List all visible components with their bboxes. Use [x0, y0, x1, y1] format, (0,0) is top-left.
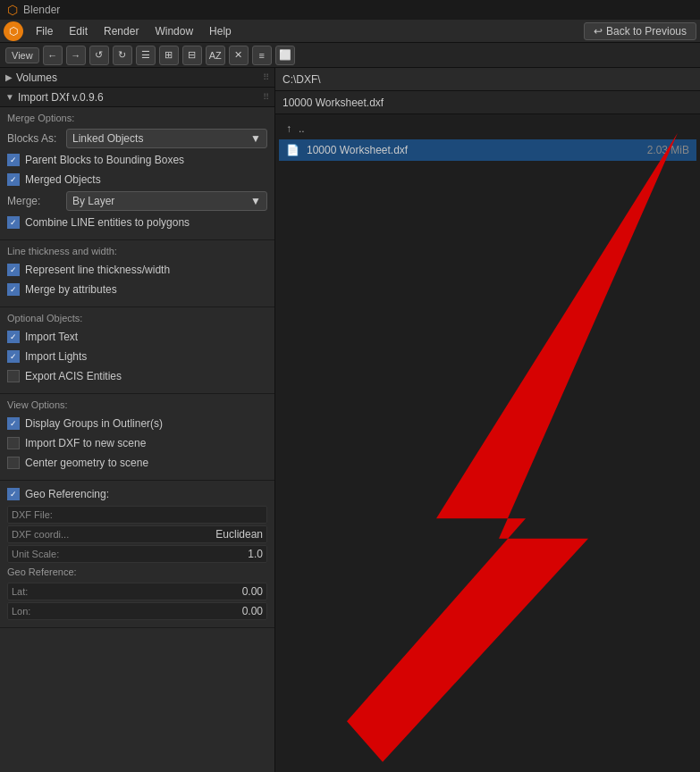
- parent-blocks-checkbox[interactable]: [7, 154, 20, 166]
- unit-scale-row: Unit Scale: 1.0: [7, 545, 267, 563]
- filter3-icon[interactable]: ⬜: [275, 46, 295, 65]
- undo-icon[interactable]: ↺: [89, 46, 109, 65]
- selected-file-name: 10000 Worksheet.dxf: [283, 96, 384, 109]
- sort-az-icon[interactable]: AZ: [206, 46, 225, 65]
- import-text-label: Import Text: [25, 331, 78, 343]
- file-size: 2.03 MiB: [647, 144, 689, 156]
- line-thickness-title: Line thickness and width:: [7, 246, 267, 256]
- import-new-scene-row: Import DXF to new scene: [7, 435, 267, 451]
- combine-line-row: Combine LINE entities to polygons: [7, 214, 267, 231]
- parent-blocks-label: Parent Blocks to Bounding Boxes: [25, 154, 184, 166]
- blender-menu-logo: ⬡: [4, 21, 23, 41]
- merge-dropdown[interactable]: By Layer ▼: [66, 191, 267, 211]
- export-acis-checkbox[interactable]: [7, 370, 20, 382]
- lon-value: 0.00: [56, 605, 263, 617]
- volumes-label: Volumes: [16, 71, 57, 84]
- import-text-row: Import Text: [7, 329, 267, 345]
- file-list: ↑ .. 📄 10000 Worksheet.dxf 2.03 MiB: [275, 114, 700, 772]
- back-button[interactable]: ↩ Back to Previous: [584, 22, 696, 40]
- import-dxf-section-header[interactable]: ▼ Import DXf v.0.9.6 ⠿: [0, 88, 274, 107]
- dxf-coord-row: DXF coordi... Euclidean: [7, 525, 267, 543]
- blocks-as-dropdown[interactable]: Linked Objects ▼: [66, 129, 267, 148]
- merge-chevron-icon: ▼: [250, 195, 261, 207]
- menu-render[interactable]: Render: [97, 23, 146, 39]
- import-new-scene-checkbox[interactable]: [7, 437, 20, 449]
- redo-icon[interactable]: ↻: [113, 46, 132, 65]
- represent-line-checkbox[interactable]: [7, 264, 20, 276]
- file-path: C:\DXF\: [283, 73, 321, 86]
- back-icon: ↩: [594, 25, 603, 38]
- display-groups-checkbox[interactable]: [7, 417, 20, 430]
- lat-label: Lat:: [12, 586, 56, 597]
- view-options-section: View Options: Display Groups in Outliner…: [0, 394, 274, 481]
- merged-objects-label: Merged Objects: [25, 173, 101, 186]
- unit-scale-value: 1.0: [59, 548, 263, 560]
- lat-row[interactable]: Lat: 0.00: [7, 583, 267, 600]
- combine-line-checkbox[interactable]: [7, 216, 20, 229]
- right-panel: C:\DXF\ 10000 Worksheet.dxf ↑ .. 📄 10000…: [275, 68, 700, 772]
- import-dxf-handle-icon: ⠿: [263, 92, 269, 102]
- dxf-coord-label: DXF coordi...: [12, 529, 69, 540]
- main-content: ▶ Volumes ⠿ ▼ Import DXf v.0.9.6 ⠿ Merge…: [0, 68, 700, 772]
- menu-file[interactable]: File: [29, 23, 60, 39]
- optional-objects-title: Optional Objects:: [7, 313, 267, 323]
- lat-value: 0.00: [56, 585, 263, 598]
- view-button[interactable]: View: [5, 47, 39, 63]
- export-acis-label: Export ACIS Entities: [25, 370, 122, 382]
- geo-referencing-header-row: Geo Referencing:: [7, 486, 267, 502]
- back-button-label: Back to Previous: [606, 25, 687, 38]
- import-text-checkbox[interactable]: [7, 331, 20, 343]
- menu-window[interactable]: Window: [148, 23, 200, 39]
- import-lights-label: Import Lights: [25, 350, 87, 363]
- represent-line-row: Represent line thickness/width: [7, 262, 267, 278]
- blocks-as-value: Linked Objects: [72, 132, 143, 145]
- filter2-icon[interactable]: ≡: [252, 46, 272, 65]
- import-dxf-arrow-icon: ▼: [5, 92, 14, 102]
- center-geometry-checkbox[interactable]: [7, 457, 20, 469]
- geo-reference-sub-label: Geo Reference:: [7, 566, 267, 577]
- menu-help[interactable]: Help: [202, 23, 239, 39]
- geo-referencing-checkbox[interactable]: [7, 488, 20, 500]
- merged-objects-checkbox[interactable]: [7, 173, 20, 186]
- nav-right-icon[interactable]: →: [66, 46, 86, 65]
- selected-file-bar: 10000 Worksheet.dxf: [275, 91, 700, 114]
- unit-scale-label: Unit Scale:: [12, 549, 59, 559]
- volumes-section-header[interactable]: ▶ Volumes ⠿: [0, 68, 274, 88]
- menu-edit[interactable]: Edit: [62, 23, 95, 39]
- file-nav-up[interactable]: ↑ ..: [279, 118, 696, 139]
- filter1-icon[interactable]: ✕: [229, 46, 249, 65]
- dxf-file-row: DXF File:: [7, 506, 267, 524]
- import-new-scene-label: Import DXF to new scene: [25, 437, 146, 449]
- left-panel: ▶ Volumes ⠿ ▼ Import DXf v.0.9.6 ⠿ Merge…: [0, 68, 275, 772]
- display-groups-row: Display Groups in Outliner(s): [7, 415, 267, 432]
- file-doc-icon: 📄: [286, 144, 299, 156]
- volumes-arrow-icon: ▶: [5, 72, 13, 82]
- merge-label: Merge:: [7, 195, 61, 207]
- merge-row: Merge: By Layer ▼: [7, 191, 267, 211]
- display-groups-label: Display Groups in Outliner(s): [25, 417, 163, 430]
- parent-blocks-row: Parent Blocks to Bounding Boxes: [7, 152, 267, 168]
- merged-objects-row: Merged Objects: [7, 172, 267, 188]
- nav-up-label: ..: [299, 122, 305, 135]
- lon-row[interactable]: Lon: 0.00: [7, 602, 267, 620]
- blocks-as-chevron-icon: ▼: [250, 132, 261, 145]
- blocks-as-label: Blocks As:: [7, 132, 61, 145]
- view-options-title: View Options:: [7, 399, 267, 410]
- import-lights-checkbox[interactable]: [7, 350, 20, 363]
- merge-options-section: Merge Options: Blocks As: Linked Objects…: [0, 107, 274, 240]
- grid1-icon[interactable]: ⊞: [159, 46, 179, 65]
- import-dxf-label: Import DXf v.0.9.6: [18, 91, 104, 104]
- export-acis-row: Export ACIS Entities: [7, 368, 267, 384]
- merge-attrs-row: Merge by attributes: [7, 281, 267, 298]
- geo-referencing-label: Geo Referencing:: [25, 488, 109, 500]
- nav-up-icon: ↑: [286, 122, 291, 135]
- file-item-worksheet[interactable]: 📄 10000 Worksheet.dxf 2.03 MiB: [279, 139, 696, 161]
- merge-attrs-checkbox[interactable]: [7, 283, 20, 296]
- nav-left-icon[interactable]: ←: [43, 46, 63, 65]
- combine-line-label: Combine LINE entities to polygons: [25, 216, 190, 229]
- file-name: 10000 Worksheet.dxf: [307, 144, 640, 156]
- import-lights-row: Import Lights: [7, 348, 267, 365]
- grid2-icon[interactable]: ⊟: [182, 46, 202, 65]
- toggle-icon[interactable]: ☰: [136, 46, 156, 65]
- file-path-bar: C:\DXF\: [275, 68, 700, 91]
